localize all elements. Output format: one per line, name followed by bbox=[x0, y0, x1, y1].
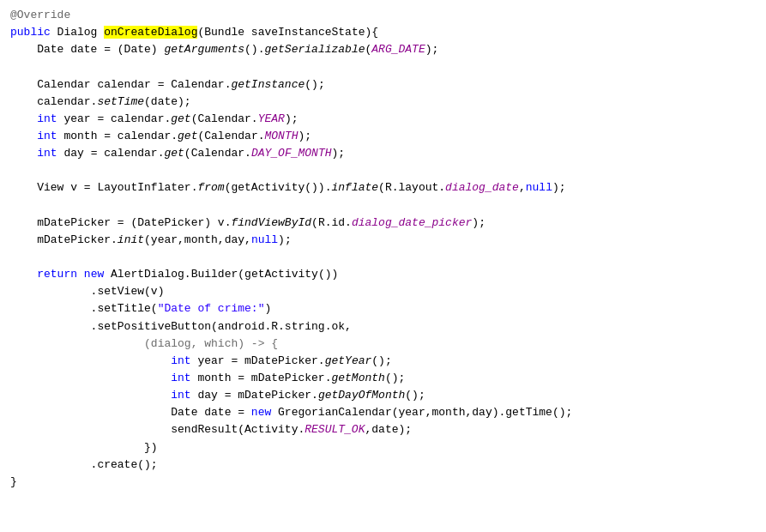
method-from: from bbox=[197, 181, 224, 194]
code-line-26: }) bbox=[0, 439, 766, 456]
keyword-new-2: new bbox=[251, 406, 271, 419]
code-line-27: .create(); bbox=[0, 456, 766, 474]
method-findViewById: findViewById bbox=[231, 216, 311, 229]
method-inflate: inflate bbox=[331, 181, 378, 194]
code-line-16: return new AlertDialog.Builder(getActivi… bbox=[0, 266, 766, 283]
code-line-3: Date date = (Date) getArguments().getSer… bbox=[0, 41, 766, 58]
code-line-1: @Override bbox=[0, 7, 766, 24]
method-getArguments: getArguments bbox=[164, 43, 244, 56]
keyword-return: return bbox=[37, 268, 77, 281]
annotation-override: @Override bbox=[10, 9, 70, 21]
code-line-11: View v = LayoutInflater.from(getActivity… bbox=[0, 179, 766, 196]
code-line-9: int day = calendar.get(Calendar.DAY_OF_M… bbox=[0, 145, 766, 162]
code-line-10 bbox=[0, 162, 766, 179]
keyword-null-2: null bbox=[251, 233, 278, 246]
code-line-6: calendar.setTime(date); bbox=[0, 94, 766, 111]
const-ARG_DATE: ARG_DATE bbox=[371, 43, 425, 56]
code-line-17: .setView(v) bbox=[0, 283, 766, 300]
keyword-public: public bbox=[10, 26, 51, 39]
method-getSerializable: getSerializable bbox=[264, 43, 365, 56]
code-line-22: int month = mDatePicker.getMonth(); bbox=[0, 370, 766, 387]
const-dialog_date: dialog_date bbox=[445, 181, 519, 194]
const-RESULT_OK: RESULT_OK bbox=[305, 423, 365, 436]
code-line-25: sendResult(Activity.RESULT_OK,date); bbox=[0, 421, 766, 438]
method-oncreate: onCreateDialog bbox=[104, 26, 197, 39]
method-getInstance: getInstance bbox=[231, 78, 305, 91]
keyword-int-year: int bbox=[37, 112, 57, 125]
code-line-18: .setTitle("Date of crime:") bbox=[0, 300, 766, 317]
keyword-new-1: new bbox=[84, 268, 104, 281]
code-line-15 bbox=[0, 249, 766, 266]
code-line-23: int day = mDatePicker.getDayOfMonth(); bbox=[0, 387, 766, 404]
code-line-5: Calendar calendar = Calendar.getInstance… bbox=[0, 76, 766, 94]
keyword-int-month: int bbox=[37, 130, 57, 142]
method-get-day: get bbox=[164, 147, 184, 160]
method-init: init bbox=[118, 233, 144, 246]
code-line-8: int month = calendar.get(Calendar.MONTH)… bbox=[0, 128, 766, 145]
code-line-20: (dialog, which) -> { bbox=[0, 336, 766, 353]
code-line-24: Date date = new GregorianCalendar(year,m… bbox=[0, 404, 766, 421]
keyword-int-year-inner: int bbox=[171, 354, 190, 367]
method-get-month: get bbox=[178, 130, 197, 142]
code-line-2: public Dialog onCreateDialog(Bundle save… bbox=[0, 24, 766, 41]
code-line-21: int year = mDatePicker.getYear(); bbox=[0, 353, 766, 370]
code-line-7: int year = calendar.get(Calendar.YEAR); bbox=[0, 111, 766, 128]
method-setTime: setTime bbox=[97, 95, 144, 108]
const-MONTH: MONTH bbox=[264, 130, 298, 142]
code-line-19: .setPositiveButton(android.R.string.ok, bbox=[0, 318, 766, 336]
lambda-params: (dialog, which) -> { bbox=[144, 337, 278, 350]
keyword-int-day: int bbox=[37, 147, 57, 160]
code-line-28: } bbox=[0, 474, 766, 491]
code-line-14: mDatePicker.init(year,month,day,null); bbox=[0, 232, 766, 249]
code-container: @Override public Dialog onCreateDialog(B… bbox=[0, 0, 766, 532]
code-line-13: mDatePicker = (DatePicker) v.findViewByI… bbox=[0, 215, 766, 232]
code-line-4 bbox=[0, 58, 766, 76]
code-line-12 bbox=[0, 197, 766, 215]
const-YEAR: YEAR bbox=[258, 112, 285, 125]
string-date-of-crime: "Date of crime:" bbox=[158, 302, 265, 315]
keyword-int-month-inner: int bbox=[171, 372, 190, 384]
keyword-null-1: null bbox=[526, 181, 552, 194]
keyword-int-day-inner: int bbox=[171, 389, 190, 402]
method-getDayOfMonth: getDayOfMonth bbox=[318, 389, 405, 402]
method-getMonth: getMonth bbox=[331, 372, 384, 384]
method-getYear: getYear bbox=[325, 354, 372, 367]
method-get-year: get bbox=[171, 112, 190, 125]
const-DAY_OF_MONTH: DAY_OF_MONTH bbox=[251, 147, 332, 160]
const-dialog_date_picker: dialog_date_picker bbox=[352, 216, 472, 229]
